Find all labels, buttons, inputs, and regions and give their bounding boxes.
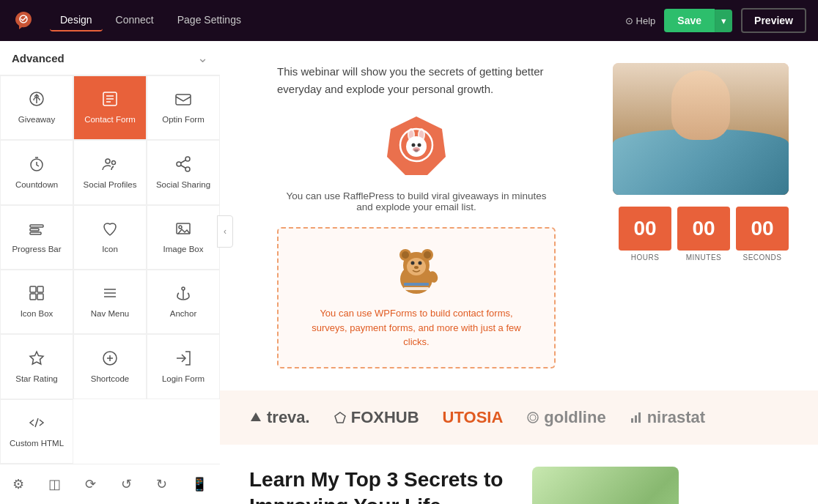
widget-anchor-label: Anchor bbox=[170, 309, 196, 319]
widget-icon-box[interactable]: Icon Box bbox=[0, 270, 73, 334]
brand-utosia: UTOSIA bbox=[443, 408, 504, 427]
contact-form-icon bbox=[101, 90, 119, 111]
svg-rect-23 bbox=[30, 294, 36, 300]
widget-anchor[interactable]: Anchor bbox=[147, 270, 220, 334]
countdown-minutes: 00 bbox=[677, 207, 730, 251]
header-nav: Design Connect Page Settings bbox=[50, 10, 625, 32]
help-button[interactable]: ⊙ Help bbox=[625, 15, 656, 26]
mobile-icon[interactable]: 📱 bbox=[187, 472, 212, 497]
widget-contact-form[interactable]: Contact Form bbox=[73, 75, 147, 140]
svg-marker-59 bbox=[251, 412, 261, 421]
custom-html-icon bbox=[28, 414, 45, 434]
widget-nav-menu[interactable]: Nav Menu bbox=[73, 270, 147, 334]
widget-countdown[interactable]: Countdown bbox=[0, 140, 73, 204]
countdown-seconds-label: SECONDS bbox=[743, 253, 782, 262]
widget-social-sharing[interactable]: Social Sharing bbox=[147, 140, 220, 204]
widget-shortcode[interactable]: Shortcode bbox=[73, 334, 147, 399]
nav-menu-icon bbox=[101, 284, 119, 305]
history-icon[interactable]: ⟳ bbox=[81, 472, 100, 497]
settings-icon[interactable]: ⚙ bbox=[8, 472, 29, 497]
svg-point-62 bbox=[530, 415, 536, 420]
countdown-minutes-block: 00 MINUTES bbox=[677, 207, 730, 262]
widget-image-box[interactable]: Image Box bbox=[147, 205, 220, 270]
wpforms-bear-image bbox=[391, 246, 442, 297]
widget-icon-label: Icon bbox=[102, 245, 118, 255]
nav-page-settings[interactable]: Page Settings bbox=[167, 10, 251, 32]
svg-rect-6 bbox=[176, 94, 191, 105]
raffle-logo bbox=[383, 113, 449, 179]
brand-goldline: goldline bbox=[526, 408, 605, 427]
layers-icon[interactable]: ◫ bbox=[44, 472, 65, 497]
widget-social-profiles[interactable]: Social Profiles bbox=[73, 140, 147, 204]
sidebar: Advanced ⌄ Giveaway bbox=[0, 41, 220, 504]
tagline-text: This webinar will show you the secrets o… bbox=[277, 63, 556, 98]
wpforms-text: You can use WPForms to build contact for… bbox=[302, 306, 531, 349]
widget-social-profiles-label: Social Profiles bbox=[84, 180, 137, 190]
canvas-area: This webinar will show you the secrets o… bbox=[220, 41, 818, 504]
nav-connect[interactable]: Connect bbox=[106, 10, 164, 32]
widget-login-form[interactable]: Login Form bbox=[147, 334, 220, 399]
sidebar-collapse-arrow[interactable]: ‹ bbox=[217, 215, 233, 248]
image-box-icon bbox=[174, 220, 192, 240]
widget-social-sharing-label: Social Sharing bbox=[156, 180, 210, 190]
svg-point-12 bbox=[177, 162, 181, 166]
progress-bar-icon bbox=[28, 220, 45, 240]
widget-optin-form[interactable]: Optin Form bbox=[147, 75, 220, 140]
sidebar-title: Advanced bbox=[12, 52, 65, 64]
svg-rect-21 bbox=[30, 286, 36, 292]
nav-design[interactable]: Design bbox=[50, 10, 103, 32]
content-right: 00 HOURS 00 MINUTES 00 SECONDS bbox=[613, 63, 789, 368]
svg-rect-64 bbox=[635, 415, 637, 423]
svg-rect-63 bbox=[631, 418, 633, 423]
brand-nirastat: nirastat bbox=[630, 408, 705, 427]
redo-icon[interactable]: ↻ bbox=[152, 472, 172, 497]
header-right: ⊙ Help Save ▾ Preview bbox=[625, 8, 806, 33]
widget-giveaway[interactable]: Giveaway bbox=[0, 75, 73, 140]
person-image bbox=[613, 63, 789, 195]
countdown-seconds: 00 bbox=[736, 207, 789, 251]
icon-icon bbox=[101, 220, 119, 240]
widget-custom-html[interactable]: Custom HTML bbox=[0, 399, 73, 464]
svg-point-11 bbox=[185, 157, 190, 161]
widget-optin-form-label: Optin Form bbox=[162, 115, 204, 125]
countdown-section: 00 HOURS 00 MINUTES 00 SECONDS bbox=[619, 195, 789, 262]
svg-point-20 bbox=[179, 226, 182, 229]
svg-point-9 bbox=[106, 159, 110, 163]
svg-rect-56 bbox=[404, 283, 429, 286]
save-button[interactable]: Save bbox=[664, 9, 715, 32]
widget-icon[interactable]: Icon bbox=[73, 205, 147, 270]
widget-grid: Giveaway Contact Form bbox=[0, 75, 220, 464]
bottom-section: Learn My Top 3 Secrets to Improving Your… bbox=[220, 445, 818, 505]
widget-progress-bar[interactable]: Progress Bar bbox=[0, 205, 73, 270]
widget-star-rating[interactable]: Star Rating bbox=[0, 334, 73, 399]
brand-treva: treva. bbox=[249, 408, 310, 427]
star-rating-icon bbox=[28, 349, 45, 370]
svg-point-28 bbox=[182, 287, 185, 290]
undo-icon[interactable]: ↺ bbox=[117, 472, 136, 497]
sidebar-header: Advanced ⌄ bbox=[0, 41, 220, 75]
svg-point-53 bbox=[411, 262, 415, 265]
svg-rect-57 bbox=[404, 287, 429, 290]
countdown-hours-label: HOURS bbox=[631, 253, 660, 262]
preview-button[interactable]: Preview bbox=[741, 8, 806, 33]
widget-shortcode-label: Shortcode bbox=[91, 374, 129, 385]
countdown-minutes-label: MINUTES bbox=[686, 253, 722, 262]
countdown-hours: 00 bbox=[619, 207, 671, 251]
raffle-desc: You can use RafflePress to build viral g… bbox=[284, 190, 548, 212]
svg-rect-19 bbox=[177, 223, 190, 234]
widget-contact-form-label: Contact Form bbox=[84, 115, 136, 125]
content-left: This webinar will show you the secrets o… bbox=[249, 63, 583, 368]
header: Design Connect Page Settings ⊙ Help Save… bbox=[0, 0, 818, 41]
save-dropdown-button[interactable]: ▾ bbox=[715, 10, 732, 32]
canvas-inner: This webinar will show you the secrets o… bbox=[220, 41, 818, 504]
sidebar-collapse-button[interactable]: ⌄ bbox=[197, 50, 208, 66]
save-btn-group: Save ▾ bbox=[664, 9, 732, 32]
widget-icon-box-label: Icon Box bbox=[21, 309, 54, 319]
svg-point-43 bbox=[412, 144, 416, 147]
svg-line-14 bbox=[181, 165, 186, 168]
widget-custom-html-label: Custom HTML bbox=[10, 439, 64, 449]
svg-rect-17 bbox=[30, 229, 39, 231]
svg-rect-16 bbox=[30, 225, 43, 227]
main-layout: Advanced ⌄ Giveaway bbox=[0, 41, 818, 504]
brand-foxhub: FOXHUB bbox=[334, 408, 419, 427]
